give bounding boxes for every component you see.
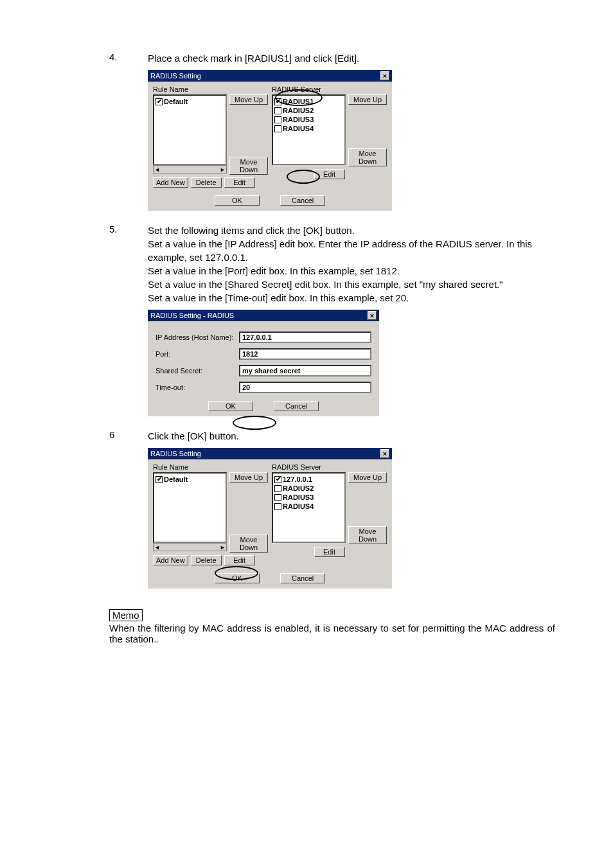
radius-setting-dialog-final: RADIUS Setting × Rule Name ✔ (148, 448, 392, 589)
move-down-button[interactable]: Move Down (348, 148, 387, 166)
scrollbar[interactable]: ◄► (153, 165, 227, 173)
move-down-button[interactable]: Move Down (229, 535, 268, 553)
list-item-label: 127.0.0.1 (283, 475, 312, 484)
list-item[interactable]: RADIUS4 (274, 124, 343, 133)
list-item-label: RADIUS4 (283, 124, 314, 133)
close-icon[interactable]: × (380, 449, 389, 458)
list-item[interactable]: RADIUS3 (274, 115, 343, 124)
step-number: 6 (109, 429, 148, 443)
checkbox-icon[interactable] (274, 485, 281, 492)
dialog-title: RADIUS Setting (150, 72, 201, 80)
shared-secret-field[interactable]: my shared secret (239, 365, 371, 376)
list-item-label: RADIUS3 (283, 493, 314, 502)
radius-setting-dialog: RADIUS Setting × Rule Name (148, 70, 392, 211)
list-item-label: Default (164, 475, 188, 484)
timeout-field[interactable]: 20 (239, 382, 371, 393)
checkbox-icon[interactable]: ✔ (274, 98, 281, 105)
rule-name-label: Rule Name (153, 463, 268, 471)
step-line: Set a value in the [IP Address] edit box… (148, 237, 555, 264)
memo-label: Memo (109, 609, 143, 621)
step-line: Set the following items and click the [O… (148, 224, 555, 237)
checkbox-icon[interactable] (274, 125, 281, 132)
list-item[interactable]: ✔ 127.0.0.1 (274, 475, 343, 484)
list-item[interactable]: RADIUS2 (274, 484, 343, 493)
checkbox-icon[interactable] (274, 503, 281, 510)
step-text: Place a check mark in [RADIUS1] and clic… (148, 51, 555, 65)
scrollbar[interactable]: ◄► (153, 543, 227, 551)
close-icon[interactable]: × (380, 71, 389, 80)
move-up-button[interactable]: Move Up (348, 472, 387, 483)
edit-button[interactable]: Edit (224, 177, 255, 188)
list-item-label: RADIUS4 (283, 502, 314, 511)
annotation-ellipse-icon (233, 416, 276, 430)
list-item-label: RADIUS1 (283, 97, 314, 106)
radius-server-list[interactable]: ✔ RADIUS1 RADIUS2 (272, 94, 346, 165)
ip-address-label: IP Address (Host Name): (155, 333, 239, 341)
port-field[interactable]: 1812 (239, 348, 371, 360)
rule-name-list[interactable]: ✔ Default (153, 472, 227, 543)
list-item[interactable]: ✔ Default (155, 97, 224, 106)
delete-button[interactable]: Delete (191, 177, 222, 188)
step-line: Set a value in the [Shared Secret] edit … (148, 278, 555, 291)
ok-button[interactable]: OK (215, 573, 260, 583)
ip-address-field[interactable]: 127.0.0.1 (239, 332, 371, 343)
edit-radius-button[interactable]: Edit (314, 169, 345, 179)
close-icon[interactable]: × (368, 311, 377, 320)
delete-button[interactable]: Delete (191, 555, 222, 565)
list-item-label: RADIUS3 (283, 115, 314, 124)
add-new-button[interactable]: Add New (153, 177, 188, 188)
radius-server-label: RADIUS Server (272, 85, 387, 93)
rule-name-label: Rule Name (153, 85, 268, 93)
port-label: Port: (155, 350, 239, 358)
step-line: Set a value in the [Port] edit box. In t… (148, 264, 555, 278)
timeout-label: Time-out: (155, 384, 239, 391)
cancel-button[interactable]: Cancel (274, 401, 319, 411)
move-down-button[interactable]: Move Down (348, 526, 387, 544)
list-item-label: RADIUS2 (283, 106, 314, 115)
list-item[interactable]: ✔ Default (155, 475, 224, 484)
list-item[interactable]: RADIUS3 (274, 493, 343, 502)
checkbox-icon[interactable]: ✔ (274, 476, 281, 483)
ok-button[interactable]: OK (208, 401, 253, 411)
step-line: Set a value in the [Time-out] edit box. … (148, 291, 555, 305)
cancel-button[interactable]: Cancel (280, 573, 325, 583)
checkbox-icon[interactable] (274, 116, 281, 123)
dialog-title: RADIUS Setting - RADIUS (150, 312, 234, 319)
radius-server-list[interactable]: ✔ 127.0.0.1 RADIUS2 (272, 472, 346, 543)
list-item[interactable]: RADIUS4 (274, 502, 343, 511)
list-item[interactable]: ✔ RADIUS1 (274, 97, 343, 106)
radius-server-label: RADIUS Server (272, 463, 387, 471)
checkbox-icon[interactable]: ✔ (155, 98, 163, 105)
list-item-label: RADIUS2 (283, 484, 314, 493)
move-up-button[interactable]: Move Up (348, 94, 387, 105)
step-number: 5. (109, 224, 148, 305)
move-up-button[interactable]: Move Up (229, 94, 268, 105)
move-down-button[interactable]: Move Down (229, 157, 268, 175)
ok-button[interactable]: OK (215, 195, 260, 206)
shared-secret-label: Shared Secret: (155, 367, 239, 375)
move-up-button[interactable]: Move Up (229, 472, 268, 483)
memo-text: When the filtering by MAC address is ena… (109, 623, 555, 644)
radius-edit-dialog: RADIUS Setting - RADIUS × IP Address (Ho… (148, 310, 379, 416)
list-item[interactable]: RADIUS2 (274, 106, 343, 115)
cancel-button[interactable]: Cancel (280, 195, 325, 206)
dialog-title: RADIUS Setting (150, 450, 201, 457)
checkbox-icon[interactable]: ✔ (155, 476, 163, 483)
rule-name-list[interactable]: ✔ Default (153, 94, 227, 165)
add-new-button[interactable]: Add New (153, 555, 188, 565)
checkbox-icon[interactable] (274, 107, 281, 114)
checkbox-icon[interactable] (274, 494, 281, 501)
step-number: 4. (109, 51, 148, 65)
edit-button[interactable]: Edit (224, 555, 255, 565)
step-text: Click the [OK] button. (148, 429, 555, 443)
list-item-label: Default (164, 97, 188, 106)
step-text: Set the following items and click the [O… (148, 224, 555, 305)
edit-radius-button[interactable]: Edit (314, 547, 345, 557)
